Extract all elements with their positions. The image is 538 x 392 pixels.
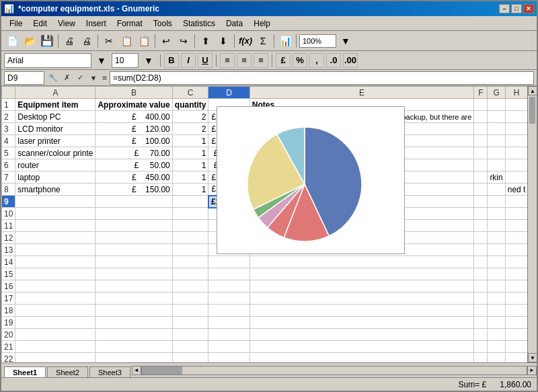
- cell-g1[interactable]: [488, 99, 505, 111]
- cell-b6[interactable]: £ 50.00: [95, 159, 172, 171]
- col-header-h[interactable]: H: [505, 87, 527, 99]
- increase-decimal-button[interactable]: .0: [326, 53, 341, 68]
- formula-accept-icon[interactable]: 🔧: [47, 72, 59, 84]
- cell-b9[interactable]: [95, 196, 172, 208]
- cell-c5[interactable]: 1: [172, 147, 208, 159]
- scroll-thumb-v[interactable]: [529, 97, 535, 124]
- cell-a1[interactable]: Equipment item: [15, 99, 95, 111]
- cell-f5[interactable]: [474, 147, 488, 159]
- cell-f3[interactable]: [474, 123, 488, 135]
- new-button[interactable]: 📄: [4, 33, 20, 49]
- align-left-button[interactable]: ≡: [220, 53, 235, 68]
- cell-g7[interactable]: rkin: [488, 171, 505, 184]
- scroll-up-button[interactable]: ▲: [528, 86, 537, 95]
- formula-cancel-icon[interactable]: ✗: [61, 72, 73, 84]
- cell-b4[interactable]: £ 100.00: [95, 135, 172, 147]
- close-button[interactable]: ✕: [523, 4, 534, 13]
- cell-a4[interactable]: laser printer: [15, 135, 95, 147]
- font-dropdown[interactable]: ▼: [93, 52, 110, 69]
- col-header-f[interactable]: F: [474, 87, 488, 99]
- menu-data[interactable]: Data: [221, 17, 248, 30]
- sheet-tab-3[interactable]: Sheet3: [89, 366, 130, 378]
- percent-button[interactable]: %: [293, 53, 307, 68]
- font-size-input[interactable]: [112, 53, 139, 68]
- decrease-decimal-button[interactable]: .00: [343, 53, 358, 68]
- cell-b2[interactable]: £ 400.00: [95, 111, 172, 123]
- cell-g5[interactable]: [488, 147, 505, 159]
- cell-f9[interactable]: [474, 196, 488, 208]
- cell-b8[interactable]: £ 150.00: [95, 184, 172, 196]
- menu-insert[interactable]: Insert: [81, 17, 112, 30]
- cell-f7[interactable]: [474, 171, 488, 184]
- open-button[interactable]: 📂: [22, 33, 38, 49]
- minimize-button[interactable]: –: [499, 4, 510, 13]
- sheet-tab-2[interactable]: Sheet2: [47, 366, 88, 378]
- cell-b3[interactable]: £ 120.00: [95, 123, 172, 135]
- col-header-e[interactable]: E: [249, 87, 474, 99]
- maximize-button[interactable]: □: [511, 4, 522, 13]
- cell-h8[interactable]: ned t: [505, 184, 527, 196]
- cell-h9[interactable]: [505, 196, 527, 208]
- cell-f1[interactable]: [474, 99, 488, 111]
- cell-c4[interactable]: 1: [172, 135, 208, 147]
- cell-c6[interactable]: 1: [172, 159, 208, 171]
- cell-c2[interactable]: 2: [172, 111, 208, 123]
- cell-h1[interactable]: [505, 99, 527, 111]
- menu-tools[interactable]: Tools: [148, 17, 178, 30]
- horizontal-scrollbar[interactable]: ◄ ►: [132, 363, 537, 377]
- cell-c3[interactable]: 2: [172, 123, 208, 135]
- col-header-a[interactable]: A: [15, 87, 95, 99]
- cell-h6[interactable]: [505, 159, 527, 171]
- cell-h2[interactable]: [505, 111, 527, 123]
- undo-button[interactable]: ↩: [158, 33, 174, 49]
- save-button[interactable]: 💾: [39, 33, 55, 49]
- cell-c8[interactable]: 1: [172, 184, 208, 196]
- zoom-box[interactable]: 100%: [299, 34, 336, 48]
- cell-g6[interactable]: [488, 159, 505, 171]
- menu-edit[interactable]: Edit: [28, 17, 52, 30]
- cell-a6[interactable]: router: [15, 159, 95, 171]
- align-right-button[interactable]: ≡: [254, 53, 268, 68]
- cell-h7[interactable]: [505, 171, 527, 184]
- formula-confirm-icon[interactable]: ✓: [74, 72, 86, 84]
- cell-h3[interactable]: [505, 123, 527, 135]
- paste-button[interactable]: 📋: [136, 33, 152, 49]
- print-preview-button[interactable]: 🖨: [79, 33, 95, 49]
- sort-asc-button[interactable]: ⬆: [198, 33, 214, 49]
- cell-g2[interactable]: [488, 111, 505, 123]
- cell-a5[interactable]: scanner/colour printe: [15, 147, 95, 159]
- cell-g8[interactable]: [488, 184, 505, 196]
- font-size-dropdown[interactable]: ▼: [141, 52, 157, 69]
- cell-b5[interactable]: £ 70.00: [95, 147, 172, 159]
- cell-a7[interactable]: laptop: [15, 171, 95, 184]
- currency-button[interactable]: £: [276, 53, 291, 68]
- scroll-left-button[interactable]: ◄: [132, 366, 141, 375]
- menu-view[interactable]: View: [52, 17, 81, 30]
- cell-c7[interactable]: 1: [172, 171, 208, 184]
- cell-a9[interactable]: [15, 196, 95, 208]
- cell-b1[interactable]: Approximate value: [95, 99, 172, 111]
- cell-h5[interactable]: [505, 147, 527, 159]
- comma-button[interactable]: ,: [309, 53, 324, 68]
- cell-a3[interactable]: LCD monitor: [15, 123, 95, 135]
- sheet-tab-1[interactable]: Sheet1: [4, 366, 46, 378]
- zoom-dropdown[interactable]: ▼: [338, 33, 354, 49]
- italic-button[interactable]: I: [181, 53, 196, 68]
- bold-button[interactable]: B: [164, 53, 179, 68]
- chart-button[interactable]: 📊: [277, 33, 293, 49]
- cell-c1[interactable]: quantity: [172, 99, 208, 111]
- print-button[interactable]: 🖨: [61, 33, 77, 49]
- font-name-input[interactable]: [4, 53, 91, 68]
- cell-f4[interactable]: [474, 135, 488, 147]
- scroll-thumb-h[interactable]: [142, 366, 182, 375]
- col-header-c[interactable]: C: [172, 87, 208, 99]
- scroll-down-button[interactable]: ▼: [528, 353, 537, 362]
- cell-reference[interactable]: D9: [4, 71, 44, 85]
- cell-a8[interactable]: smartphone: [15, 184, 95, 196]
- menu-format[interactable]: Format: [112, 17, 148, 30]
- cell-g3[interactable]: [488, 123, 505, 135]
- col-header-b[interactable]: B: [95, 87, 172, 99]
- cell-g9[interactable]: [488, 196, 505, 208]
- cell-b7[interactable]: £ 450.00: [95, 171, 172, 184]
- cell-h4[interactable]: [505, 135, 527, 147]
